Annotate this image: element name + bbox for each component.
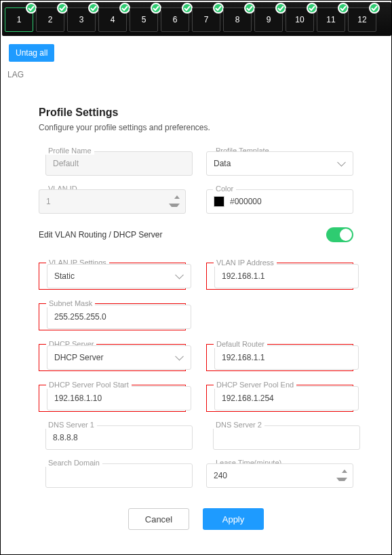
lease-time-field: Lease Time(minute) 240	[206, 463, 353, 488]
dhcp-pool-end-field: DHCP Server Pool End 192.168.1.254	[206, 385, 353, 412]
port-number: 6	[173, 15, 178, 24]
port-number: 1	[17, 15, 22, 24]
search-domain-field: Search Domain	[39, 463, 186, 488]
port-selector-strip: 123456789101112	[2, 2, 391, 36]
dhcp-server-select[interactable]: DHCP Server	[47, 345, 191, 370]
default-router-input[interactable]: 192.168.1.1	[214, 345, 359, 370]
dns1-label: DNS Server 1	[45, 421, 97, 429]
subnet-mask-input[interactable]: 255.255.255.0	[47, 305, 191, 329]
port-6[interactable]: 6	[161, 7, 189, 32]
checkmark-icon	[338, 3, 349, 14]
checkmark-icon	[307, 3, 317, 14]
color-value: #000000	[230, 197, 262, 206]
checkmark-icon	[244, 3, 255, 14]
dns1-field: DNS Server 1 8.8.8.8	[39, 425, 186, 450]
dhcp-server-field: DHCP Server DHCP Server	[39, 344, 186, 371]
profile-settings-subhead: Configure your profile settings and pref…	[39, 123, 353, 132]
dhcp-pool-end-input[interactable]: 192.168.1.254	[214, 386, 359, 410]
checkmark-icon	[57, 3, 68, 14]
vlan-id-field: VLAN ID 1	[39, 189, 186, 214]
color-label: Color	[213, 185, 236, 193]
edit-vlan-routing-toggle[interactable]	[326, 227, 353, 242]
lease-time-stepper[interactable]: 240	[206, 463, 353, 488]
vlan-id-stepper[interactable]: 1	[39, 189, 186, 214]
checkmark-icon	[213, 3, 224, 14]
color-field: Color #000000	[206, 189, 353, 214]
vlan-ip-settings-field: VLAN IP Settings Static	[39, 263, 186, 290]
profile-template-select[interactable]: Data	[206, 151, 353, 176]
port-5[interactable]: 5	[130, 7, 158, 32]
profile-template-field: Profile Template Data	[206, 151, 353, 176]
toggle-knob	[340, 229, 352, 241]
subnet-mask-label: Subnet Mask	[46, 299, 95, 307]
apply-button[interactable]: Apply	[203, 508, 264, 530]
port-10[interactable]: 10	[286, 7, 314, 32]
port-number: 8	[235, 15, 240, 24]
vlan-ip-address-input[interactable]: 192.168.1.1	[214, 264, 359, 288]
vlan-ip-settings-select[interactable]: Static	[47, 264, 191, 288]
color-swatch	[214, 196, 224, 207]
dhcp-pool-start-input[interactable]: 192.168.1.10	[47, 386, 191, 410]
checkmark-icon	[151, 3, 161, 14]
port-12[interactable]: 12	[348, 7, 376, 32]
vlan-ip-address-label: VLAN IP Address	[214, 259, 277, 267]
profile-settings-heading: Profile Settings	[39, 107, 353, 119]
subnet-mask-field: Subnet Mask 255.255.255.0	[39, 303, 186, 330]
dns2-input[interactable]	[213, 425, 360, 450]
dns1-input[interactable]: 8.8.8.8	[45, 425, 193, 450]
checkmark-icon	[369, 3, 380, 14]
port-number: 3	[79, 15, 84, 24]
port-9[interactable]: 9	[254, 7, 283, 32]
dns2-label: DNS Server 2	[213, 421, 264, 429]
port-number: 10	[295, 15, 304, 24]
port-number: 7	[204, 15, 209, 24]
vlan-ip-address-field: VLAN IP Address 192.168.1.1	[206, 263, 353, 290]
port-11[interactable]: 11	[317, 7, 345, 32]
edit-vlan-routing-label: Edit VLAN Routing / DHCP Server	[39, 230, 163, 240]
port-8[interactable]: 8	[223, 7, 252, 32]
port-number: 2	[48, 15, 53, 24]
port-number: 5	[142, 15, 146, 24]
port-3[interactable]: 3	[67, 7, 96, 32]
port-2[interactable]: 2	[36, 7, 64, 32]
port-4[interactable]: 4	[98, 7, 127, 32]
checkmark-icon	[26, 3, 37, 14]
search-domain-label: Search Domain	[45, 459, 102, 467]
cancel-button[interactable]: Cancel	[128, 508, 189, 530]
default-router-field: Default Router 192.168.1.1	[206, 344, 353, 371]
checkmark-icon	[119, 3, 130, 14]
checkmark-icon	[88, 3, 99, 14]
port-number: 4	[111, 15, 115, 24]
dns2-field: DNS Server 2	[206, 425, 353, 450]
untag-all-button[interactable]: Untag all	[9, 44, 54, 62]
port-number: 12	[357, 15, 366, 24]
port-number: 11	[326, 15, 335, 24]
profile-name-label: Profile Name	[45, 147, 94, 155]
port-7[interactable]: 7	[192, 7, 220, 32]
port-1[interactable]: 1	[5, 7, 33, 32]
checkmark-icon	[275, 3, 286, 14]
port-number: 9	[267, 15, 271, 24]
dhcp-pool-end-label: DHCP Server Pool End	[214, 381, 296, 389]
dhcp-pool-start-field: DHCP Server Pool Start 192.168.1.10	[39, 385, 186, 412]
profile-settings-panel: Profile Settings Configure your profile …	[1, 107, 391, 530]
lag-label: LAG	[1, 67, 391, 107]
search-domain-input[interactable]	[45, 463, 193, 488]
dhcp-pool-start-label: DHCP Server Pool Start	[46, 381, 132, 389]
profile-name-input[interactable]: Default	[45, 151, 193, 176]
default-router-label: Default Router	[214, 340, 267, 348]
checkmark-icon	[182, 3, 193, 14]
profile-name-field: Profile Name Default	[39, 151, 186, 176]
color-input[interactable]: #000000	[206, 189, 353, 214]
